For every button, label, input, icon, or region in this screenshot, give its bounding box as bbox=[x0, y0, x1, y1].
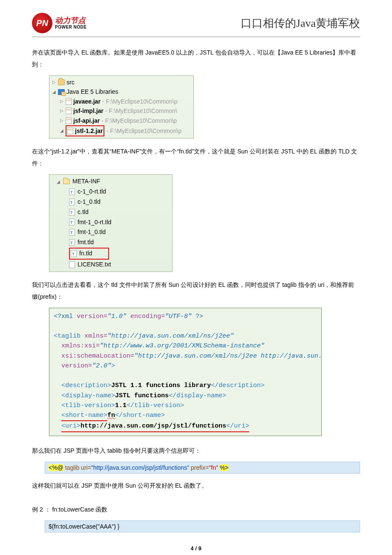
tld-file-row: fmt-1_0-rt.tld bbox=[52, 217, 170, 228]
logo-mark-icon: PN bbox=[32, 13, 52, 33]
xml-tag: <uri> bbox=[61, 422, 81, 430]
xml-tag: </short-name> bbox=[115, 412, 165, 419]
metainf-folder-label: META-INF bbox=[72, 176, 100, 187]
tree-jar-row: ▷ javaee.jar - F:\MyEclipse10\Common\p bbox=[52, 97, 191, 106]
tld-file-row: fmt.tld bbox=[52, 237, 170, 248]
library-icon bbox=[58, 89, 65, 95]
logo-chinese: 动力节点 bbox=[55, 17, 86, 25]
xml-tag: <description> bbox=[61, 382, 111, 389]
xml-pi-open: <?xml bbox=[54, 313, 73, 320]
jar-name: jstl-1.2.jar bbox=[75, 126, 103, 136]
jar-name: jsf-impl.jar bbox=[73, 106, 104, 116]
jar-icon bbox=[67, 127, 73, 134]
file-name: c.tld bbox=[78, 207, 89, 217]
example2-code: ${fn:toLowerCase("AAA") } bbox=[49, 523, 119, 530]
ide-package-explorer: ▷ src ◢ Java EE 5 Libraries ▷ javaee.jar… bbox=[49, 75, 194, 139]
xml-attr: xmlns= bbox=[81, 332, 107, 340]
tld-icon bbox=[69, 219, 75, 225]
folder-icon bbox=[63, 179, 70, 184]
paragraph-closing: 这样我们就可以在 JSP 页面中使用 Sun 公司开发好的 EL 函数了。 bbox=[32, 480, 360, 491]
logo-english: POWER NODE bbox=[55, 25, 86, 29]
tree-jar-row: ▷ jsf-impl.jar - F:\MyEclipse10\Common\ bbox=[52, 106, 191, 116]
xml-val: "http://java.sun.com/xml/ns/j2ee http://… bbox=[134, 353, 322, 360]
xml-tag: <short-name> bbox=[61, 412, 107, 419]
tree-lib-label: Java EE 5 Libraries bbox=[66, 87, 118, 96]
tld-icon bbox=[71, 250, 77, 257]
tld-icon bbox=[69, 199, 75, 205]
xml-text: JSTL 1.1 functions library bbox=[111, 382, 211, 389]
xml-val: "1.0" bbox=[107, 313, 127, 320]
jar-path: - F:\MyEclipse10\Common\p bbox=[106, 126, 182, 136]
file-name: LICENSE.txt bbox=[78, 260, 111, 270]
collapse-icon: ◢ bbox=[56, 178, 61, 185]
tld-file-row: fmt-1_0.tld bbox=[52, 227, 170, 237]
jar-path: - F:\MyEclipse10\Common\ bbox=[105, 106, 177, 116]
highlight-jstl-jar: jstl-1.2.jar bbox=[66, 125, 104, 136]
tld-icon bbox=[69, 188, 75, 195]
expand-icon: ▷ bbox=[60, 98, 64, 105]
jar-name: javaee.jar bbox=[73, 97, 101, 106]
example2-code-row: ${fn:toLowerCase("AAA") } bbox=[45, 520, 360, 532]
xml-text-fn: fn bbox=[107, 412, 115, 419]
fn-tld-row: fn.tld bbox=[52, 248, 170, 260]
paragraph-tld-info: 我们可以点击进去看看，这个 tld 文件中封装了所有 Sun 公司设计好的 EL… bbox=[32, 279, 360, 303]
collapse-icon: ◢ bbox=[52, 89, 56, 95]
xml-attr: xsi:schemaLocation= bbox=[61, 353, 134, 360]
text-file-icon bbox=[69, 261, 75, 268]
page-current: 4 bbox=[190, 545, 193, 552]
license-row: LICENSE.txt bbox=[52, 260, 170, 270]
xml-tag: </description> bbox=[211, 382, 265, 389]
file-name: fmt.tld bbox=[78, 237, 94, 248]
xml-text: 1.1 bbox=[115, 402, 127, 409]
jar-name: jsf-api.jar bbox=[73, 116, 100, 125]
page-footer: 4 / 9 bbox=[32, 545, 360, 552]
jsp-mid: taglib uri= bbox=[63, 464, 91, 471]
underline-shortname: <short-name> bbox=[61, 410, 107, 421]
file-name: c-1_0.tld bbox=[78, 197, 101, 207]
xml-tag: </uri> bbox=[226, 422, 249, 430]
tld-icon bbox=[69, 209, 75, 216]
paragraph-intro: 并在该页面中导入 EL 函数库。如果是使用 JavaEE5.0 以上的，JSTL… bbox=[32, 46, 360, 70]
xml-text: http://java.sun.com/jsp/jstl/functions bbox=[81, 422, 226, 430]
expand-icon: ▷ bbox=[52, 79, 56, 86]
tree-src-label: src bbox=[66, 78, 75, 87]
jsp-prefix: "fn" bbox=[209, 464, 220, 471]
paragraph-metainf: 在这个“jstl-1.2.jar”中，查看其“META-INF”文件，有一个“f… bbox=[32, 145, 360, 169]
tree-jar-row: ▷ jsf-api.jar - F:\MyEclipse10\Common\p bbox=[52, 116, 191, 125]
xml-code-block: <?xml version="1.0" encoding="UTF-8" ?> … bbox=[49, 308, 322, 436]
jar-path: - F:\MyEclipse10\Common\p bbox=[102, 97, 178, 106]
xml-tag: </display-name> bbox=[169, 392, 226, 399]
jsp-close: %> bbox=[220, 464, 229, 471]
tld-icon bbox=[69, 239, 75, 246]
xml-text: JSTL functions bbox=[115, 392, 169, 399]
jsp-uri: "http://java.sun.com/jsp/jstl/functions" bbox=[91, 464, 189, 471]
xml-tag: </tlib-version> bbox=[127, 402, 184, 409]
tree-lib-row: ◢ Java EE 5 Libraries bbox=[52, 87, 191, 96]
xml-val: "UTF-8" bbox=[165, 313, 192, 320]
jar-icon bbox=[66, 98, 72, 105]
jsp-mid2: prefix= bbox=[189, 464, 209, 471]
jar-icon bbox=[66, 117, 72, 124]
example2-label: 例 2 ： fn:toLowerCase 函数 bbox=[32, 503, 360, 515]
xml-tag: <taglib bbox=[54, 332, 81, 340]
logo-initials: PN bbox=[36, 18, 48, 28]
file-name: fmt-1_0.tld bbox=[78, 227, 106, 237]
expand-icon: ▷ bbox=[60, 117, 64, 124]
xml-val: "http://java.sun.com/xml/ns/j2ee" bbox=[107, 332, 234, 340]
tree-src-row: ▷ src bbox=[52, 78, 191, 87]
file-name: fn.tld bbox=[79, 249, 92, 259]
collapse-icon: ◢ bbox=[60, 127, 64, 134]
tld-file-row: c-1_0.tld bbox=[52, 197, 170, 207]
paragraph-taglib: 那么我们在 JSP 页面中导入 tablib 指令时只要这两个信息即可： bbox=[32, 445, 360, 457]
tld-icon bbox=[69, 229, 75, 236]
page-total: 9 bbox=[198, 545, 201, 552]
taglib-directive-row: <%@ taglib uri="http://java.sun.com/jsp/… bbox=[45, 462, 360, 474]
logo: PN 动力节点 POWER NODE bbox=[32, 13, 86, 33]
expand-icon: ▷ bbox=[60, 107, 64, 114]
underline-uri: <uri>http://java.sun.com/jsp/jstl/functi… bbox=[61, 421, 249, 432]
jar-icon bbox=[66, 107, 72, 114]
header-slogan: 口口相传的Java黄埔军校 bbox=[241, 16, 360, 31]
page-header: PN 动力节点 POWER NODE 口口相传的Java黄埔军校 bbox=[32, 13, 360, 37]
metainf-folder-row: ◢ META-INF bbox=[52, 176, 170, 187]
file-name: fmt-1_0-rt.tld bbox=[78, 217, 111, 228]
